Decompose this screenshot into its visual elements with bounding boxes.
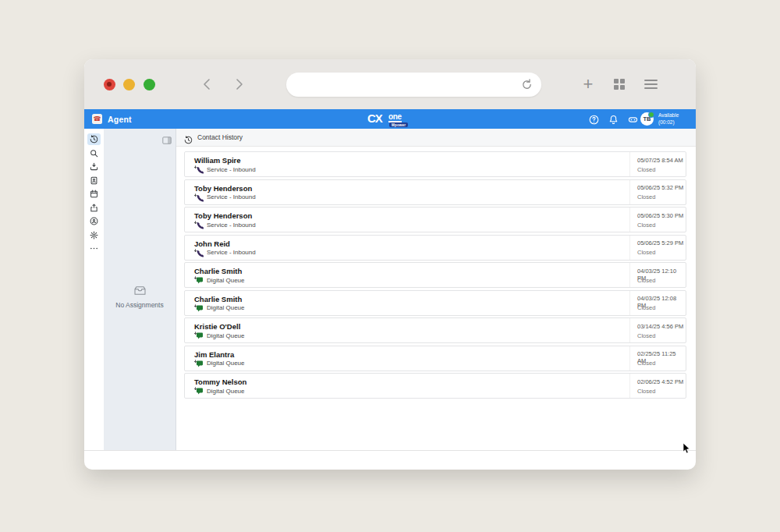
page-title: Contact History: [197, 133, 243, 141]
contact-datetime: 05/06/25 5:29 PM: [637, 239, 683, 246]
contact-history-pane: Contact History William Spire Service - …: [176, 129, 696, 450]
collapse-panel-icon[interactable]: [162, 133, 172, 141]
contact-datetime: 03/14/25 4:56 PM: [637, 323, 683, 330]
channel-label: Digital Queue: [207, 360, 244, 367]
minimize-window-button[interactable]: [123, 79, 135, 90]
avatar[interactable]: TB: [640, 112, 654, 126]
voicemail-icon: [90, 162, 98, 171]
sidebar-item-more[interactable]: [87, 243, 101, 254]
contact-status: Closed: [637, 332, 655, 339]
contact-history-row[interactable]: William Spire Service - Inbound 05/07/25…: [184, 151, 686, 177]
no-assignments-label: No Assignments: [104, 301, 176, 309]
schedule-icon: [90, 190, 98, 198]
contact-datetime: 05/07/25 8:54 AM: [637, 157, 683, 164]
channel-label: Digital Queue: [207, 277, 244, 284]
contact-name: Charlie Smith: [194, 295, 242, 303]
contact-status: Closed: [637, 222, 655, 229]
search-icon: [90, 149, 98, 158]
digital-icon: [193, 276, 204, 284]
status-state: Available: [658, 112, 679, 119]
channel-label: Service - Inbound: [207, 166, 256, 173]
sidebar-item-settings[interactable]: [87, 229, 101, 241]
contact-history-row[interactable]: Kristie O'Dell Digital Queue 03/14/25 4:…: [184, 317, 686, 343]
contact-name: Kristie O'Dell: [194, 322, 240, 331]
reload-icon[interactable]: [520, 78, 534, 91]
contact-history-icon: [184, 133, 193, 142]
sidebar-rail: [84, 129, 104, 450]
contact-history-row[interactable]: Tommy Nelson Digital Queue 02/06/25 4:52…: [184, 373, 686, 399]
assignments-panel: No Assignments: [104, 129, 176, 450]
sidebar-item-address-book[interactable]: [87, 175, 101, 186]
channel-label: Service - Inbound: [207, 193, 256, 200]
url-input[interactable]: [299, 79, 515, 90]
close-window-button[interactable]: [104, 79, 115, 90]
notifications-bell-icon[interactable]: [608, 114, 619, 124]
contact-status: Closed: [637, 193, 655, 200]
digital-icon: [193, 304, 204, 312]
contact-name: Tommy Nelson: [194, 378, 246, 386]
grid-icon: [614, 79, 626, 90]
hamburger-icon: [644, 77, 658, 91]
channel-label: Digital Queue: [207, 304, 244, 311]
voice-inbound-icon: [193, 221, 204, 229]
voice-inbound-icon: [193, 249, 204, 257]
contact-history-icon: [90, 135, 98, 144]
device-link-icon[interactable]: [628, 114, 638, 124]
contact-datetime: 05/06/25 5:32 PM: [637, 184, 683, 191]
sidebar-item-search[interactable]: [87, 147, 101, 159]
contact-history-row[interactable]: Toby Henderson Service - Inbound 05/06/2…: [184, 179, 686, 205]
agent-assist-icon: [90, 217, 98, 225]
contact-name: Toby Henderson: [194, 211, 252, 220]
help-icon[interactable]: [589, 114, 599, 124]
contact-name: Toby Henderson: [194, 184, 252, 193]
channel-label: Service - Inbound: [207, 249, 256, 256]
availability-dot: [648, 112, 654, 118]
browser-menu-button[interactable]: [641, 75, 660, 94]
contact-history-row[interactable]: Toby Henderson Service - Inbound 05/06/2…: [184, 207, 686, 232]
sidebar-item-contact-history[interactable]: [87, 133, 101, 145]
forward-icon[interactable]: [231, 76, 246, 92]
contact-name: Charlie Smith: [194, 267, 242, 275]
digital-icon: [193, 360, 204, 367]
contact-history-header: Contact History: [176, 129, 696, 147]
digital-icon: [193, 332, 204, 339]
voice-inbound-icon: [193, 193, 204, 201]
contact-history-row[interactable]: Jim Elantra Digital Queue 02/25/25 11:25…: [184, 346, 686, 371]
back-icon[interactable]: [200, 76, 215, 92]
contact-history-row[interactable]: Charlie Smith Digital Queue 04/03/25 12:…: [184, 262, 686, 288]
browser-window: + ☎ Agent CX one Mpower TB Avail: [84, 59, 696, 470]
launch-icon: [90, 204, 98, 212]
sidebar-item-voicemail[interactable]: [87, 161, 101, 172]
sidebar-item-schedule[interactable]: [87, 188, 101, 200]
app-title: Agent: [108, 115, 132, 124]
maximize-window-button[interactable]: [144, 79, 155, 90]
contact-status: Closed: [637, 388, 655, 395]
contact-datetime: 02/06/25 4:52 PM: [637, 378, 683, 385]
contact-history-row[interactable]: John Reid Service - Inbound 05/06/25 5:2…: [184, 235, 686, 261]
tab-overview-button[interactable]: [610, 75, 629, 94]
no-assignments-empty-state: No Assignments: [104, 285, 176, 309]
address-book-icon: [90, 176, 98, 185]
contact-status: Closed: [637, 166, 655, 173]
status-timer: (00:02): [658, 119, 679, 126]
contact-datetime: 05/06/25 5:30 PM: [637, 212, 683, 219]
address-bar[interactable]: [286, 73, 541, 97]
contact-status: Closed: [637, 360, 655, 367]
channel-label: Service - Inbound: [207, 222, 256, 229]
sidebar-item-launch[interactable]: [87, 202, 101, 214]
contact-name: Jim Elantra: [194, 350, 234, 359]
agent-status[interactable]: Available (00:02): [658, 112, 679, 126]
empty-box-icon: [104, 285, 176, 299]
agent-app-icon: ☎: [92, 114, 102, 124]
digital-icon: [193, 387, 204, 395]
contact-history-row[interactable]: Charlie Smith Digital Queue 04/03/25 12:…: [184, 290, 686, 316]
contact-status: Closed: [637, 304, 655, 311]
more-icon: [90, 244, 98, 253]
voice-inbound-icon: [193, 165, 204, 173]
channel-label: Digital Queue: [207, 388, 244, 395]
contact-name: William Spire: [194, 156, 241, 165]
mpower-badge: Mpower: [389, 122, 408, 127]
app-header: ☎ Agent CX one Mpower TB Available (00:0…: [84, 109, 696, 129]
new-tab-button[interactable]: +: [579, 75, 597, 94]
sidebar-item-agent-assist[interactable]: [87, 215, 101, 227]
